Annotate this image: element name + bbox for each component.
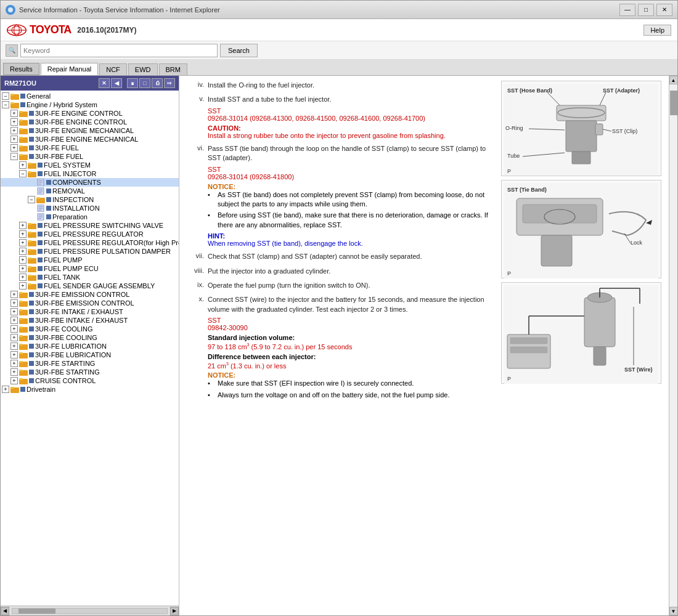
vscroll-down-btn[interactable]: ▼ (669, 607, 678, 615)
tree-item-11[interactable]: COMPONENTS (1, 178, 179, 187)
tree-item-8[interactable]: −3UR-FBE FUEL (1, 152, 179, 161)
tree-item-27[interactable]: +3UR-FBE INTAKE / EXHAUST (1, 316, 179, 325)
panel-close-btn[interactable]: ✕ (99, 78, 110, 88)
tree-item-17[interactable]: +FUEL PRESSURE REGULATOR (1, 230, 179, 238)
tree-item-23[interactable]: +FUEL SENDER GAUGE ASSEMBLY (1, 282, 179, 290)
tree-expand-33[interactable]: + (10, 368, 18, 376)
help-button[interactable]: Help (643, 25, 671, 36)
tree-expand-9[interactable]: + (19, 161, 27, 169)
tree-item-2[interactable]: −Engine / Hybrid System (1, 100, 179, 109)
tree-item-13[interactable]: −INSPECTION (1, 195, 179, 204)
tree-item-6[interactable]: +3UR-FBE ENGINE MECHANICAL (1, 135, 179, 144)
tree-expand-21[interactable]: + (19, 265, 27, 272)
tree-expand-34[interactable]: + (10, 377, 18, 384)
sst-v-code[interactable]: 09268-31014 (09268-41300, 09268-41500, 0… (208, 115, 496, 122)
tree-expand-20[interactable]: + (19, 256, 27, 264)
vscroll-up-btn[interactable]: ▲ (669, 76, 678, 84)
tree-item-1[interactable]: −General (1, 92, 179, 100)
tree-label-19: FUEL PRESSURE PULSATION DAMPER (44, 248, 171, 255)
tree-expand-18[interactable]: + (19, 239, 27, 246)
tree-item-12[interactable]: REMOVAL (1, 187, 179, 195)
tree-expand-26[interactable]: + (10, 308, 18, 315)
sst-x-label: SST (208, 317, 496, 324)
scroll-thumb[interactable] (18, 609, 55, 614)
tab-results[interactable]: Results (3, 63, 39, 75)
panel-print-btn[interactable]: ⎙ (152, 78, 163, 88)
tree-item-33[interactable]: +3UR-FBE STARTING (1, 368, 179, 376)
tree-expand-22[interactable]: + (19, 274, 27, 281)
tree-expand-30[interactable]: + (10, 342, 18, 350)
panel-icon-btn2[interactable]: □ (139, 78, 150, 88)
sst-vi-code[interactable]: 09268-31014 (09268-41800) (208, 173, 496, 180)
tree-expand-8[interactable]: − (10, 153, 18, 160)
vscroll-thumb[interactable] (670, 91, 677, 115)
tree-expand-6[interactable]: + (10, 136, 18, 143)
tree-item-3[interactable]: +3UR-FE ENGINE CONTROL (1, 109, 179, 118)
tree-expand-5[interactable]: + (10, 127, 18, 134)
tree-expand-29[interactable]: + (10, 334, 18, 341)
panel-nav-left[interactable]: ◀ (111, 78, 122, 88)
tree-item-24[interactable]: +3UR-FE EMISSION CONTROL (1, 290, 179, 299)
svg-rect-68 (19, 326, 23, 328)
tree-expand-2[interactable]: − (2, 101, 9, 108)
tab-ewd[interactable]: EWD (128, 63, 158, 75)
tree-item-31[interactable]: +3UR-FBE LUBRICATION (1, 351, 179, 359)
maximize-button[interactable]: □ (638, 4, 654, 16)
panel-expand-btn[interactable]: ⇨ (164, 78, 175, 88)
scroll-left-btn[interactable]: ◀ (1, 607, 9, 615)
tree-expand-28[interactable]: + (10, 325, 18, 333)
minimize-button[interactable]: — (619, 4, 635, 16)
color-indicator-3 (29, 111, 34, 116)
step-vi: vi. Pass SST (tie band) through the loop… (187, 144, 496, 247)
tree-item-10[interactable]: −FUEL INJECTOR (1, 169, 179, 178)
tree-item-5[interactable]: +3UR-FE ENGINE MECHANICAL (1, 126, 179, 135)
tree-item-28[interactable]: +3UR-FE COOLING (1, 325, 179, 333)
tree-expand-23[interactable]: + (19, 282, 27, 290)
search-button[interactable]: Search (220, 44, 258, 57)
tree-item-21[interactable]: +FUEL PUMP ECU (1, 264, 179, 273)
tree-item-30[interactable]: +3UR-FE LUBRICATION (1, 342, 179, 351)
tree-expand-3[interactable]: + (10, 110, 18, 117)
tree-item-16[interactable]: +FUEL PRESSURE SWITCHING VALVE (1, 221, 179, 230)
sst-x-code[interactable]: 09842-30090 (208, 324, 496, 331)
color-indicator-5 (29, 128, 34, 133)
tab-brm[interactable]: BRM (159, 63, 187, 75)
tree-expand-32[interactable]: + (10, 360, 18, 367)
tree-expand-27[interactable]: + (10, 317, 18, 324)
tree-item-14[interactable]: INSTALLATION (1, 204, 179, 213)
tree-item-7[interactable]: +3UR-FE FUEL (1, 144, 179, 152)
tree-item-32[interactable]: +3UR-FE STARTING (1, 359, 179, 368)
tree-expand-16[interactable]: + (19, 222, 27, 229)
scroll-track (12, 608, 168, 614)
tree-item-18[interactable]: +FUEL PRESSURE REGULATOR(for High Pressu… (1, 238, 179, 247)
tree-expand-4[interactable]: + (10, 118, 18, 126)
tree-item-20[interactable]: +FUEL PUMP (1, 256, 179, 264)
tree-item-15[interactable]: Preparation (1, 213, 179, 221)
tree-expand-24[interactable]: + (10, 291, 18, 298)
tree-item-26[interactable]: +3UR-FE INTAKE / EXHAUST (1, 307, 179, 316)
tree-expand-19[interactable]: + (19, 248, 27, 255)
tree-item-35[interactable]: +Drivetrain (1, 385, 179, 394)
tab-ncf[interactable]: NCF (99, 63, 127, 75)
tree-expand-17[interactable]: + (19, 230, 27, 238)
tree-item-29[interactable]: +3UR-FBE COOLING (1, 333, 179, 342)
tree-expand-7[interactable]: + (10, 144, 18, 152)
tree-expand-13[interactable]: − (28, 196, 35, 203)
tree-expand-31[interactable]: + (10, 351, 18, 359)
panel-icon-btn1[interactable]: ∎ (127, 78, 138, 88)
scroll-right-btn[interactable]: ▶ (170, 607, 179, 615)
notice-vi-bullet2: • Before using SST (tie band), make sure… (208, 211, 496, 230)
tree-item-9[interactable]: +FUEL SYSTEM (1, 161, 179, 169)
tree-expand-25[interactable]: + (10, 299, 18, 307)
tree-item-19[interactable]: +FUEL PRESSURE PULSATION DAMPER (1, 247, 179, 256)
tree-item-4[interactable]: +3UR-FBE ENGINE CONTROL (1, 118, 179, 126)
tree-expand-1[interactable]: − (2, 92, 9, 100)
tab-repair-manual[interactable]: Repair Manual (41, 63, 99, 75)
tree-expand-35[interactable]: + (2, 386, 9, 393)
tree-item-34[interactable]: +CRUISE CONTROL (1, 376, 179, 385)
search-input[interactable] (20, 44, 218, 57)
tree-item-22[interactable]: +FUEL TANK (1, 273, 179, 282)
tree-item-25[interactable]: +3UR-FBE EMISSION CONTROL (1, 299, 179, 307)
close-button[interactable]: ✕ (656, 4, 672, 16)
tree-expand-10[interactable]: − (19, 170, 27, 177)
